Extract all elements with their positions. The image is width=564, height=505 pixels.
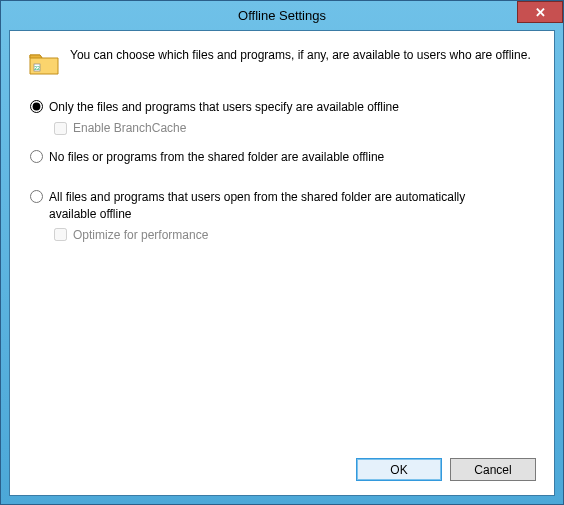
radio-label-none: No files or programs from the shared fol… — [49, 149, 384, 165]
radio-option-user-specified[interactable]: Only the files and programs that users s… — [30, 99, 536, 115]
svg-text:22: 22 — [34, 65, 40, 71]
checkbox-input-branchcache — [54, 122, 67, 135]
window-title: Offline Settings — [1, 8, 563, 23]
radio-input-user-specified[interactable] — [30, 100, 43, 113]
checkbox-optimize: Optimize for performance — [54, 228, 536, 242]
checkbox-input-optimize — [54, 228, 67, 241]
offline-options: Only the files and programs that users s… — [30, 99, 536, 256]
radio-label-all-auto: All files and programs that users open f… — [49, 189, 489, 221]
cancel-button[interactable]: Cancel — [450, 458, 536, 481]
close-icon: ✕ — [535, 5, 546, 20]
checkbox-label-optimize: Optimize for performance — [73, 228, 208, 242]
dialog-description: You can choose which files and programs,… — [70, 47, 536, 63]
checkbox-label-branchcache: Enable BranchCache — [73, 121, 186, 135]
dialog-buttons: OK Cancel — [28, 458, 536, 481]
folder-share-icon: 22 — [28, 47, 60, 79]
header-row: 22 You can choose which files and progra… — [28, 47, 536, 79]
titlebar: Offline Settings ✕ — [1, 1, 563, 30]
radio-input-all-auto[interactable] — [30, 190, 43, 203]
ok-button[interactable]: OK — [356, 458, 442, 481]
radio-option-none[interactable]: No files or programs from the shared fol… — [30, 149, 536, 165]
radio-label-user-specified: Only the files and programs that users s… — [49, 99, 399, 115]
close-button[interactable]: ✕ — [517, 1, 563, 23]
dialog-window: Offline Settings ✕ 22 You can choose whi… — [0, 0, 564, 505]
radio-input-none[interactable] — [30, 150, 43, 163]
radio-option-all-auto[interactable]: All files and programs that users open f… — [30, 189, 536, 221]
dialog-content: 22 You can choose which files and progra… — [9, 30, 555, 496]
checkbox-branchcache: Enable BranchCache — [54, 121, 536, 135]
